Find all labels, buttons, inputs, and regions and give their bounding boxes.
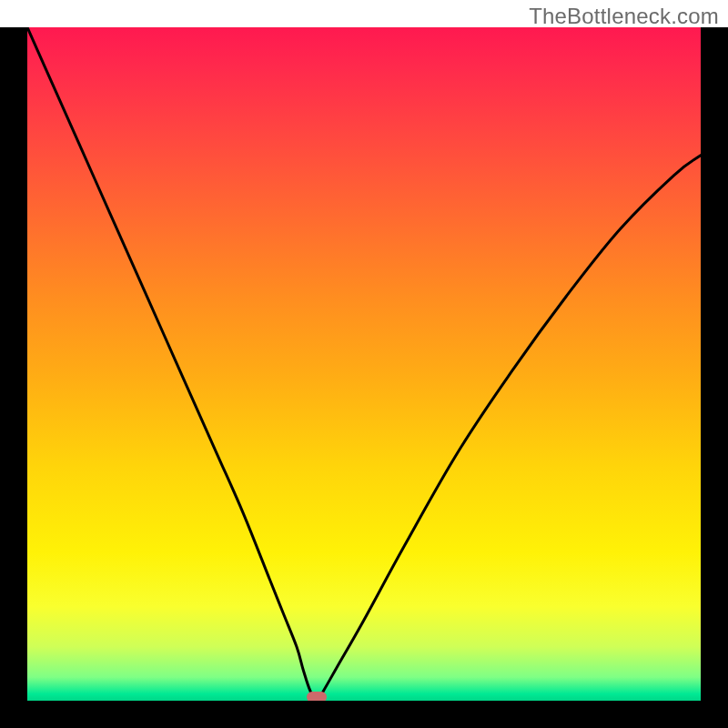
plot-area [27, 27, 701, 701]
bottleneck-curve [27, 27, 701, 701]
chart-frame [0, 27, 728, 728]
chart-root: { "watermark": "TheBottleneck.com", "col… [0, 0, 728, 728]
watermark-text: TheBottleneck.com [529, 4, 719, 29]
minimum-marker [307, 692, 327, 701]
